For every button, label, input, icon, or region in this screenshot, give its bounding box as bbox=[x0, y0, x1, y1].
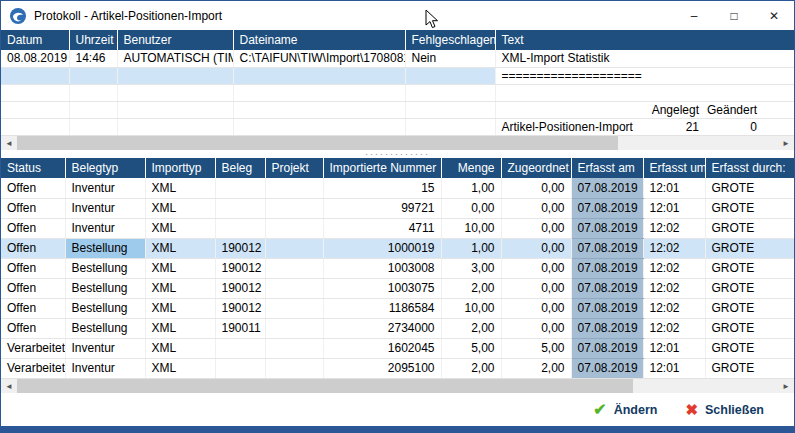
position-cell[interactable] bbox=[215, 338, 265, 358]
cell[interactable] bbox=[1, 67, 69, 84]
position-cell[interactable]: 07.08.2019 bbox=[571, 218, 643, 238]
position-cell[interactable]: 0,00 bbox=[441, 198, 501, 218]
position-cell[interactable]: GROTE bbox=[705, 338, 794, 358]
position-cell[interactable] bbox=[265, 198, 323, 218]
cell-fehlgeschlagen[interactable]: Nein bbox=[405, 50, 495, 67]
column-header[interactable]: Text bbox=[495, 30, 794, 50]
position-cell[interactable] bbox=[215, 358, 265, 378]
position-row[interactable]: OffenBestellungXML19001127340002,000,000… bbox=[1, 318, 794, 338]
scroll-track[interactable] bbox=[17, 379, 778, 393]
position-cell[interactable]: GROTE bbox=[705, 198, 794, 218]
minimize-icon[interactable]: – bbox=[674, 1, 714, 30]
position-cell[interactable]: 5,00 bbox=[441, 338, 501, 358]
position-cell[interactable]: 1186584 bbox=[323, 298, 441, 318]
cell[interactable] bbox=[69, 67, 117, 84]
position-cell[interactable]: 0,00 bbox=[501, 178, 571, 198]
position-cell[interactable]: Bestellung bbox=[65, 278, 145, 298]
position-cell[interactable]: 12:01 bbox=[643, 358, 705, 378]
position-cell[interactable]: XML bbox=[145, 318, 215, 338]
position-cell[interactable]: Offen bbox=[1, 218, 65, 238]
position-cell[interactable]: 07.08.2019 bbox=[571, 278, 643, 298]
position-cell[interactable] bbox=[215, 198, 265, 218]
position-row[interactable]: OffenInventurXML471110,000,0007.08.20191… bbox=[1, 218, 794, 238]
position-cell[interactable]: XML bbox=[145, 358, 215, 378]
position-cell[interactable]: 07.08.2019 bbox=[571, 338, 643, 358]
column-header[interactable]: Status bbox=[1, 158, 65, 178]
position-cell[interactable]: Bestellung bbox=[65, 238, 145, 258]
position-cell[interactable]: Inventur bbox=[65, 198, 145, 218]
log-row[interactable]: Angelegt Geändert bbox=[1, 101, 794, 118]
position-cell[interactable]: Offen bbox=[1, 318, 65, 338]
position-cell[interactable]: 12:01 bbox=[643, 178, 705, 198]
scroll-thumb[interactable] bbox=[17, 379, 633, 393]
position-cell[interactable] bbox=[265, 278, 323, 298]
column-header[interactable]: Beleg bbox=[215, 158, 265, 178]
position-cell[interactable]: 07.08.2019 bbox=[571, 258, 643, 278]
position-cell[interactable]: 12:01 bbox=[643, 338, 705, 358]
position-cell[interactable]: Offen bbox=[1, 238, 65, 258]
position-cell[interactable]: 0,00 bbox=[501, 218, 571, 238]
position-cell[interactable]: XML bbox=[145, 278, 215, 298]
position-cell[interactable]: 4711 bbox=[323, 218, 441, 238]
log-table-hscrollbar[interactable]: ◄ ► bbox=[1, 135, 794, 150]
schliessen-button[interactable]: ✖ Schließen bbox=[685, 401, 764, 419]
position-cell[interactable]: 190012 bbox=[215, 258, 265, 278]
position-cell[interactable]: 1,00 bbox=[441, 238, 501, 258]
position-cell[interactable]: Inventur bbox=[65, 218, 145, 238]
position-cell[interactable]: 99721 bbox=[323, 198, 441, 218]
position-row[interactable]: VerarbeitetInventurXML16020455,005,0007.… bbox=[1, 338, 794, 358]
cell[interactable] bbox=[233, 67, 405, 84]
position-cell[interactable]: 1602045 bbox=[323, 338, 441, 358]
position-cell[interactable] bbox=[215, 178, 265, 198]
position-cell[interactable]: 0,00 bbox=[501, 278, 571, 298]
cell[interactable] bbox=[233, 84, 405, 101]
log-row[interactable] bbox=[1, 84, 794, 101]
position-cell[interactable]: Offen bbox=[1, 178, 65, 198]
position-row[interactable]: OffenInventurXML997210,000,0007.08.20191… bbox=[1, 198, 794, 218]
position-cell[interactable]: 190012 bbox=[215, 238, 265, 258]
cell[interactable] bbox=[1, 84, 69, 101]
position-cell[interactable]: 1003008 bbox=[323, 258, 441, 278]
scroll-left-icon[interactable]: ◄ bbox=[1, 379, 17, 393]
position-cell[interactable]: 5,00 bbox=[501, 338, 571, 358]
maximize-icon[interactable]: □ bbox=[714, 1, 754, 30]
column-header[interactable]: Fehlgeschlagen bbox=[405, 30, 495, 50]
position-cell[interactable]: 0,00 bbox=[501, 198, 571, 218]
position-cell[interactable]: Inventur bbox=[65, 178, 145, 198]
position-cell[interactable] bbox=[265, 358, 323, 378]
position-row[interactable]: OffenBestellungXML19001210030083,000,000… bbox=[1, 258, 794, 278]
position-cell[interactable]: 2734000 bbox=[323, 318, 441, 338]
cell[interactable] bbox=[69, 118, 117, 135]
column-header[interactable]: Erfasst am bbox=[571, 158, 643, 178]
position-cell[interactable]: 0,00 bbox=[501, 238, 571, 258]
position-cell[interactable]: 12:02 bbox=[643, 238, 705, 258]
position-cell[interactable] bbox=[265, 318, 323, 338]
position-cell[interactable]: GROTE bbox=[705, 238, 794, 258]
position-cell[interactable]: XML bbox=[145, 178, 215, 198]
position-cell[interactable]: 2,00 bbox=[501, 358, 571, 378]
cell[interactable] bbox=[69, 84, 117, 101]
cell[interactable] bbox=[405, 67, 495, 84]
position-cell[interactable]: 3,00 bbox=[441, 258, 501, 278]
column-header[interactable]: Importierte Nummer bbox=[323, 158, 441, 178]
position-cell[interactable] bbox=[265, 338, 323, 358]
position-cell[interactable]: 07.08.2019 bbox=[571, 318, 643, 338]
position-cell[interactable]: 1000019 bbox=[323, 238, 441, 258]
position-cell[interactable]: Offen bbox=[1, 198, 65, 218]
position-cell[interactable]: 12:01 bbox=[643, 198, 705, 218]
position-cell[interactable]: 15 bbox=[323, 178, 441, 198]
position-cell[interactable]: GROTE bbox=[705, 218, 794, 238]
position-cell[interactable]: XML bbox=[145, 238, 215, 258]
position-cell[interactable]: 2095100 bbox=[323, 358, 441, 378]
column-header[interactable]: Menge bbox=[441, 158, 501, 178]
position-cell[interactable]: GROTE bbox=[705, 278, 794, 298]
position-cell[interactable]: 0,00 bbox=[501, 318, 571, 338]
position-cell[interactable]: 0,00 bbox=[501, 298, 571, 318]
position-cell[interactable]: 0,00 bbox=[501, 258, 571, 278]
cell-text[interactable]: XML-Import Statistik bbox=[495, 50, 794, 67]
position-cell[interactable] bbox=[265, 178, 323, 198]
position-cell[interactable]: 12:02 bbox=[643, 258, 705, 278]
log-row[interactable]: 08.08.2019 14:46 AUTOMATISCH (TIM) C:\TA… bbox=[1, 50, 794, 67]
position-cell[interactable]: GROTE bbox=[705, 258, 794, 278]
cell[interactable] bbox=[69, 101, 117, 118]
